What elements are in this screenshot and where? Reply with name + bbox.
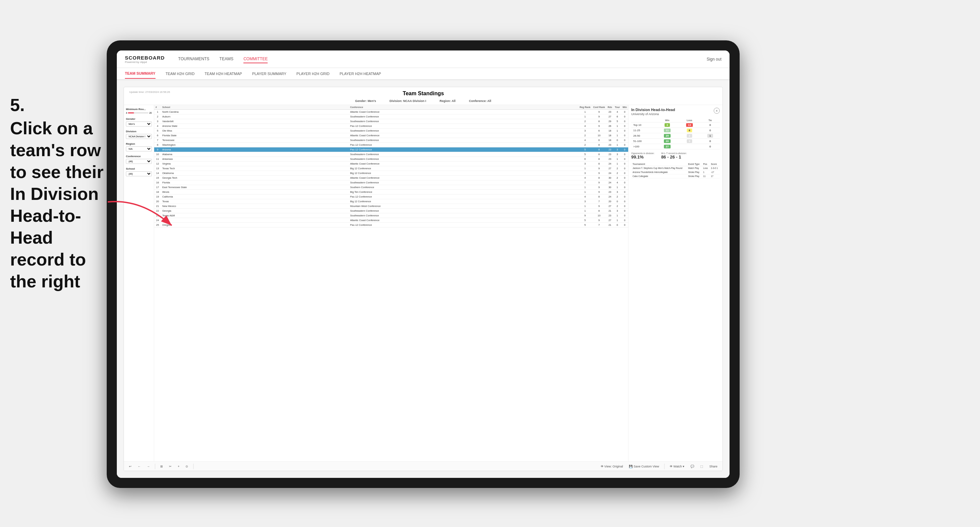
- table-row[interactable]: 21 New Mexico Mountain West Conference 1…: [154, 204, 628, 209]
- cell-win: 0: [621, 148, 628, 152]
- table-row[interactable]: 22 Georgia Southeastern Conference 1 8 2…: [154, 209, 628, 213]
- table-row[interactable]: 14 Oklahoma Big 12 Conference 3 9 24 2 0: [154, 171, 628, 176]
- table-row[interactable]: 11 Arkansas Southeastern Conference 6 8 …: [154, 157, 628, 162]
- top-nav: SCOREBOARD Powered by clippd TOURNAMENTS…: [117, 51, 730, 68]
- filter-region: All: [452, 99, 455, 103]
- table-row[interactable]: 20 Texas Big 12 Conference 3 7 20 0 0: [154, 199, 628, 204]
- table-row[interactable]: 2 Auburn Southeastern Conference 1 9 27 …: [154, 114, 628, 119]
- cell-reg-rank: 3: [578, 171, 592, 176]
- tournament-name: Jackson T. Stephens Cup Men's Match-Play…: [631, 166, 687, 170]
- table-row[interactable]: 16 Florida Southeastern Conference 7 9 2…: [154, 180, 628, 185]
- th-score: Score: [710, 162, 720, 166]
- cell-conference: Southeastern Conference: [349, 213, 578, 218]
- table-row[interactable]: 9 Arizona Pac-12 Conference 5 8 23 3 0: [154, 148, 628, 152]
- cell-rds: 20: [606, 199, 613, 204]
- tournament-name: Cabo Collegiate: [631, 174, 687, 178]
- cell-rds: 23: [606, 143, 613, 148]
- table-row[interactable]: 10 Alabama Southeastern Conference 5 8 2…: [154, 152, 628, 157]
- table-row[interactable]: 3 Vanderbilt Southeastern Conference 2 8…: [154, 119, 628, 124]
- toolbar-cut[interactable]: ✂: [167, 464, 173, 469]
- cell-tour: 2: [613, 176, 621, 180]
- table-row[interactable]: 23 Texas A&M Southeastern Conference 9 1…: [154, 213, 628, 218]
- cell-rds: 27: [606, 218, 613, 223]
- cell-rank: 13: [154, 166, 161, 171]
- cell-rank: 6: [154, 133, 161, 138]
- sign-out-button[interactable]: Sign out: [706, 57, 721, 62]
- table-row[interactable]: 7 Tennessee Southeastern Conference 4 6 …: [154, 138, 628, 143]
- toolbar-watch[interactable]: 👁 Watch ▾: [668, 464, 686, 469]
- toolbar-undo[interactable]: ↩: [127, 464, 133, 469]
- cell-win: 0: [621, 209, 628, 213]
- h2h-row-win: 11: [656, 128, 678, 133]
- cell-rank: 21: [154, 204, 161, 209]
- toolbar-save-custom-view[interactable]: 💾 Save Custom View: [627, 464, 660, 469]
- toolbar-share[interactable]: Share: [708, 464, 719, 469]
- toolbar-target[interactable]: ⊙: [184, 464, 190, 469]
- cell-conference: Big 12 Conference: [349, 171, 578, 176]
- subnav-team-h2h-heatmap[interactable]: TEAM H2H HEATMAP: [205, 69, 242, 78]
- cell-rank: 25: [154, 223, 161, 227]
- filter-gender-select[interactable]: Men's: [126, 122, 152, 127]
- subnav-player-summary[interactable]: PLAYER SUMMARY: [252, 69, 286, 78]
- subnav-player-h2h-grid[interactable]: PLAYER H2H GRID: [297, 69, 329, 78]
- toolbar-grid2[interactable]: ⬚: [698, 464, 705, 469]
- filter-division-select[interactable]: NCAA Division I: [126, 134, 152, 139]
- toolbar-back[interactable]: ←: [136, 464, 142, 469]
- cell-rds: 21: [606, 209, 613, 213]
- filter-conference-select[interactable]: (All): [126, 159, 152, 164]
- cell-rds: 18: [606, 133, 613, 138]
- table-row[interactable]: 5 Ole Miss Southeastern Conference 3 6 1…: [154, 129, 628, 133]
- table-row[interactable]: 12 Virginia Atlantic Coast Conference 3 …: [154, 162, 628, 166]
- cell-tour: 3: [613, 209, 621, 213]
- table-row[interactable]: 24 Duke Atlantic Coast Conference 5 9 27…: [154, 218, 628, 223]
- toolbar-grid[interactable]: ⊞: [159, 464, 165, 469]
- h2h-th-tie: Tie: [701, 119, 720, 122]
- subnav-team-h2h-grid[interactable]: TEAM H2H GRID: [165, 69, 194, 78]
- tournament-row: Jackson T. Stephens Cup Men's Match-Play…: [631, 166, 720, 170]
- nav-teams[interactable]: TEAMS: [220, 55, 233, 63]
- subnav-team-summary[interactable]: TEAM SUMMARY: [125, 69, 156, 79]
- cell-rank: 7: [154, 138, 161, 143]
- table-row[interactable]: 25 Oregon Pac-12 Conference 5 7 21 0 0: [154, 223, 628, 227]
- table-row[interactable]: 4 Arizona State Pac-12 Conference 4 9 26…: [154, 124, 628, 129]
- cell-rank: 15: [154, 176, 161, 180]
- annotation-text: 5. Click on a team's row to see their In…: [10, 94, 104, 292]
- cell-conference: Southeastern Conference: [349, 152, 578, 157]
- nav-tournaments[interactable]: TOURNAMENTS: [178, 55, 209, 63]
- cell-conference: Pac-12 Conference: [349, 124, 578, 129]
- filter-school-select[interactable]: (All): [126, 171, 152, 176]
- h2h-close-button[interactable]: ×: [714, 108, 720, 114]
- cell-rank: 18: [154, 190, 161, 195]
- table-row[interactable]: 13 Texas Tech Big 12 Conference 1 9 27 2…: [154, 166, 628, 171]
- subnav-player-h2h-heatmap[interactable]: PLAYER H2H HEATMAP: [340, 69, 381, 78]
- cell-rank: 12: [154, 162, 161, 166]
- table-row[interactable]: 8 Washington Pac-12 Conference 2 8 23 1 …: [154, 143, 628, 148]
- cell-rank: 5: [154, 129, 161, 133]
- toolbar-comment[interactable]: 💬: [689, 464, 696, 469]
- cell-rds: 23: [606, 148, 613, 152]
- cell-school: Auburn: [161, 114, 349, 119]
- toolbar-add[interactable]: +: [176, 464, 181, 469]
- table-row[interactable]: 19 California Pac-12 Conference 4 8 24 2…: [154, 195, 628, 199]
- cell-conf-rank: 9: [592, 204, 606, 209]
- cell-reg-rank: 1: [578, 209, 592, 213]
- table-row[interactable]: 15 Georgia Tech Atlantic Coast Conferenc…: [154, 176, 628, 180]
- h2h-opponents-label: Opponents in division:: [631, 152, 654, 154]
- table-row[interactable]: 18 Illinois Big Ten Conference 1 9 23 3 …: [154, 190, 628, 195]
- filter-region-select[interactable]: N/A: [126, 146, 152, 151]
- toolbar-view-original[interactable]: 👁 View: Original: [599, 464, 625, 469]
- scoreboard-frame: Update time: 27/03/2024 16:56:26 Team St…: [124, 87, 723, 471]
- cell-reg-rank: 1: [578, 110, 592, 114]
- filter-min-rounds-label: Minimum Rou...: [126, 108, 152, 111]
- table-row[interactable]: 17 East Tennessee State Southern Confere…: [154, 185, 628, 190]
- cell-conf-rank: 10: [592, 213, 606, 218]
- table-row[interactable]: 6 Florida State Atlantic Coast Conferenc…: [154, 133, 628, 138]
- toolbar-forward[interactable]: →: [145, 464, 151, 469]
- nav-committee[interactable]: COMMITTEE: [243, 55, 268, 63]
- table-row[interactable]: 1 North Carolina Atlantic Coast Conferen…: [154, 110, 628, 114]
- filter-min-rounds-slider[interactable]: 4 20: [126, 112, 152, 114]
- cell-tour: 2: [613, 171, 621, 176]
- cell-conference: Mountain West Conference: [349, 204, 578, 209]
- cell-win: 0: [621, 110, 628, 114]
- cell-school: Alabama: [161, 152, 349, 157]
